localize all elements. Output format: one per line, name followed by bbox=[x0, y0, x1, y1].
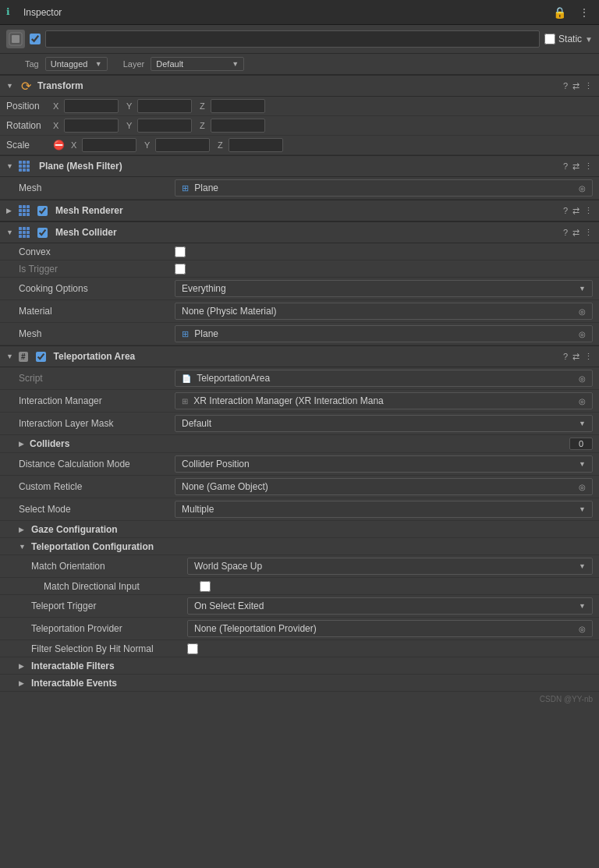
interaction-manager-value[interactable]: ⊞ XR Interaction Manager (XR Interaction… bbox=[175, 392, 593, 409]
is-trigger-checkbox[interactable] bbox=[175, 264, 186, 275]
gameobject-name-input[interactable]: Plane bbox=[45, 30, 540, 48]
select-mode-row: Select Mode Multiple ▼ bbox=[0, 498, 599, 521]
interactable-filters-label: Interactable Filters bbox=[31, 661, 115, 671]
title-bar-title: Inspector bbox=[23, 7, 550, 18]
meshfilter-section-header[interactable]: ▼ Plane (Mesh Filter) ? ⇄ ⋮ bbox=[0, 155, 599, 177]
rot-y-input[interactable]: 0 bbox=[137, 119, 192, 133]
match-orientation-dropdown[interactable]: World Space Up ▼ bbox=[187, 558, 593, 575]
teleport-title: Teleportation Area bbox=[54, 351, 558, 362]
static-checkbox[interactable] bbox=[544, 34, 555, 44]
layer-dropdown-arrow: ▼ bbox=[232, 60, 239, 68]
meshcollider-section-header[interactable]: ▼ Mesh Collider ? ⇄ ⋮ bbox=[0, 221, 599, 243]
custom-reticle-value[interactable]: None (Game Object) ◎ bbox=[175, 478, 593, 495]
pos-x-input[interactable]: 0 bbox=[64, 99, 119, 113]
teleport-active-checkbox[interactable] bbox=[36, 352, 46, 362]
lock-button[interactable]: 🔒 bbox=[550, 5, 569, 20]
meshrenderer-arrow: ▶ bbox=[6, 207, 14, 214]
meshcollider-menu-btn[interactable]: ⋮ bbox=[584, 228, 593, 238]
colliders-count: 0 bbox=[569, 438, 593, 450]
meshrenderer-section-header[interactable]: ▶ Mesh Renderer ? ⇄ ⋮ bbox=[0, 200, 599, 221]
gaze-config-header[interactable]: ▶ Gaze Configuration bbox=[0, 521, 599, 538]
transform-menu-btn[interactable]: ⋮ bbox=[584, 81, 593, 91]
match-orientation-label: Match Orientation bbox=[31, 561, 187, 572]
mesh-filter-mesh-value[interactable]: ⊞ Plane ◎ bbox=[175, 179, 593, 197]
teleport-settings-btn[interactable]: ⇄ bbox=[572, 352, 580, 362]
distance-calc-label: Distance Calculation Mode bbox=[19, 459, 175, 469]
meshfilter-arrow: ▼ bbox=[6, 162, 14, 170]
teleport-section-header[interactable]: ▼ # Teleportation Area ? ⇄ ⋮ bbox=[0, 345, 599, 367]
meshfilter-menu-btn[interactable]: ⋮ bbox=[584, 161, 593, 172]
teleport-trigger-label: Teleport Trigger bbox=[31, 601, 187, 611]
meshcollider-settings-btn[interactable]: ⇄ bbox=[572, 228, 580, 238]
interactable-events-label: Interactable Events bbox=[31, 678, 117, 689]
meshfilter-settings-btn[interactable]: ⇄ bbox=[572, 161, 580, 172]
tag-dropdown[interactable]: Untagged ▼ bbox=[45, 57, 108, 71]
pos-z-input[interactable]: 0 bbox=[211, 99, 265, 113]
teleport-provider-value[interactable]: None (Teleportation Provider) ◎ bbox=[187, 620, 593, 637]
filter-selection-checkbox[interactable] bbox=[187, 643, 198, 654]
material-value[interactable]: None (Physic Material) ◎ bbox=[175, 303, 593, 320]
interaction-layer-mask-row: Interaction Layer Mask Default ▼ bbox=[0, 413, 599, 435]
meshrenderer-menu-btn[interactable]: ⋮ bbox=[584, 206, 593, 216]
rot-z-input[interactable]: 0 bbox=[211, 119, 265, 133]
material-ref-icon: ◎ bbox=[579, 307, 586, 316]
tag-label: Tag bbox=[25, 59, 39, 69]
collider-mesh-value[interactable]: ⊞ Plane ◎ bbox=[175, 325, 593, 342]
meshrenderer-help-btn[interactable]: ? bbox=[563, 206, 568, 215]
distance-calc-dropdown[interactable]: Collider Position ▼ bbox=[175, 455, 593, 473]
interaction-manager-row: Interaction Manager ⊞ XR Interaction Man… bbox=[0, 390, 599, 413]
teleport-config-header[interactable]: ▼ Teleportation Configuration bbox=[0, 538, 599, 555]
provider-ref-icon: ◎ bbox=[579, 625, 586, 633]
rot-x-input[interactable]: 0 bbox=[64, 119, 119, 133]
pos-z-label: Z bbox=[200, 101, 209, 111]
scale-link-icon[interactable]: ⛔ bbox=[53, 140, 65, 151]
teleport-trigger-dropdown[interactable]: On Select Exited ▼ bbox=[187, 597, 593, 615]
script-value[interactable]: 📄 TeleportationArea ◎ bbox=[175, 370, 593, 387]
convex-checkbox[interactable] bbox=[175, 246, 186, 257]
scale-x-input[interactable]: 1 bbox=[82, 138, 136, 152]
transform-section-header[interactable]: ▼ ⟳ Transform ? ⇄ ⋮ bbox=[0, 75, 599, 97]
select-mode-dropdown[interactable]: Multiple ▼ bbox=[175, 501, 593, 518]
colliders-expand-arrow[interactable]: ▶ bbox=[19, 440, 27, 448]
meshcollider-icon bbox=[19, 227, 30, 238]
layer-dropdown[interactable]: Default ▼ bbox=[151, 57, 244, 71]
mesh-ref-circle-icon: ◎ bbox=[579, 184, 586, 193]
interactable-filters-header[interactable]: ▶ Interactable Filters bbox=[0, 657, 599, 675]
interaction-layer-mask-dropdown[interactable]: Default ▼ bbox=[175, 415, 593, 432]
mesh-filter-mesh-label: Mesh bbox=[19, 182, 175, 193]
match-directional-checkbox[interactable] bbox=[200, 581, 211, 592]
interactable-events-header[interactable]: ▶ Interactable Events bbox=[0, 675, 599, 692]
collider-mesh-ref-icon: ◎ bbox=[579, 330, 586, 338]
position-row: Position X 0 Y 0 Z 0 bbox=[0, 97, 599, 116]
teleport-help-btn[interactable]: ? bbox=[563, 352, 568, 361]
layer-label: Layer bbox=[123, 59, 145, 69]
meshrenderer-active-checkbox[interactable] bbox=[37, 206, 48, 216]
static-dropdown-arrow[interactable]: ▼ bbox=[585, 35, 593, 44]
scale-z-input[interactable]: 1 bbox=[229, 138, 283, 152]
meshcollider-active-checkbox[interactable] bbox=[37, 228, 48, 238]
transform-help-btn[interactable]: ? bbox=[563, 81, 568, 90]
custom-reticle-row: Custom Reticle None (Game Object) ◎ bbox=[0, 476, 599, 498]
gameobject-active-checkbox[interactable] bbox=[30, 34, 41, 44]
rotation-row: Rotation X 0 Y 0 Z 0 bbox=[0, 116, 599, 136]
transform-settings-btn[interactable]: ⇄ bbox=[572, 81, 580, 91]
collider-mesh-label: Mesh bbox=[19, 328, 175, 339]
rot-z-label: Z bbox=[200, 121, 209, 130]
scale-y-input[interactable]: 1 bbox=[155, 138, 210, 152]
colliders-label: Colliders bbox=[30, 438, 569, 449]
tag-layer-row: Tag Untagged ▼ Layer Default ▼ bbox=[0, 54, 599, 75]
cooking-options-dropdown[interactable]: Everything ▼ bbox=[175, 280, 593, 297]
meshfilter-help-btn[interactable]: ? bbox=[563, 161, 568, 171]
static-label: Static bbox=[558, 34, 582, 44]
menu-button[interactable]: ⋮ bbox=[576, 5, 593, 20]
tag-dropdown-arrow: ▼ bbox=[95, 60, 102, 68]
teleport-menu-btn[interactable]: ⋮ bbox=[584, 352, 593, 362]
gameobject-icon bbox=[6, 30, 25, 48]
meshrenderer-title: Mesh Renderer bbox=[55, 205, 558, 216]
meshcollider-help-btn[interactable]: ? bbox=[563, 228, 568, 237]
meshrenderer-settings-btn[interactable]: ⇄ bbox=[572, 206, 580, 216]
rotation-label: Rotation bbox=[6, 120, 53, 131]
match-orientation-arrow: ▼ bbox=[579, 562, 586, 570]
pos-y-input[interactable]: 0 bbox=[137, 99, 192, 113]
teleport-provider-row: Teleportation Provider None (Teleportati… bbox=[0, 618, 599, 640]
